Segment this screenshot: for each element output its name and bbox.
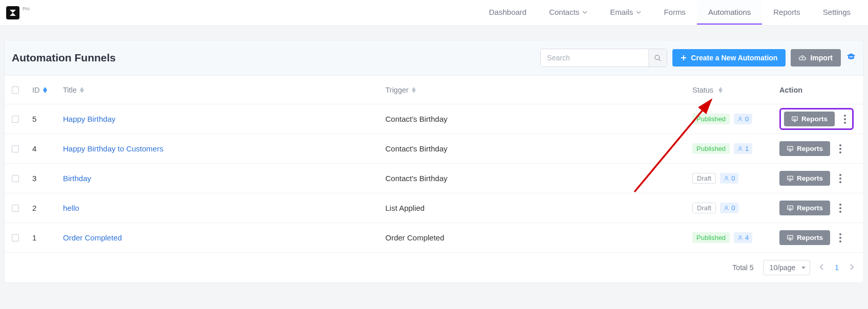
row-checkbox[interactable] xyxy=(12,145,19,152)
nav-settings[interactable]: Settings xyxy=(812,1,862,25)
graduation-icon[interactable] xyxy=(846,52,856,64)
col-header-status[interactable]: Status xyxy=(692,86,779,94)
top-navbar: Pro Dashboard Contacts Emails Forms Auto… xyxy=(0,0,868,26)
automation-panel: Automation Funnels Create a New Automati… xyxy=(4,40,864,283)
automation-title-link[interactable]: Happy Birthday to Customers xyxy=(63,144,163,153)
reports-button[interactable]: Reports xyxy=(779,230,830,245)
nav-dashboard[interactable]: Dashboard xyxy=(478,1,538,25)
svg-point-10 xyxy=(739,236,742,238)
nav-emails[interactable]: Emails xyxy=(599,1,652,25)
col-header-title[interactable]: Title xyxy=(63,86,385,94)
row-checkbox[interactable] xyxy=(12,205,19,212)
chevron-down-icon xyxy=(636,10,641,15)
table-row: 5 Happy Birthday Contact's Birthday Publ… xyxy=(5,104,863,134)
row-trigger: List Applied xyxy=(385,204,692,212)
annotation-highlight: Reports xyxy=(779,108,854,130)
table-footer: Total 5 10/page 1 xyxy=(5,253,863,282)
cloud-upload-icon xyxy=(799,54,806,61)
create-automation-button[interactable]: Create a New Automation xyxy=(672,49,786,67)
nav-reports[interactable]: Reports xyxy=(762,1,812,25)
reports-button[interactable]: Reports xyxy=(779,141,830,156)
presentation-icon xyxy=(787,175,794,182)
user-icon xyxy=(737,116,743,122)
panel-header: Automation Funnels Create a New Automati… xyxy=(5,40,863,76)
row-id: 1 xyxy=(32,233,63,242)
total-count: Total 5 xyxy=(732,263,753,272)
table-row: 4 Happy Birthday to Customers Contact's … xyxy=(5,134,863,164)
nav-forms[interactable]: Forms xyxy=(652,1,697,25)
svg-point-6 xyxy=(726,176,728,179)
svg-point-8 xyxy=(726,206,728,208)
app-logo[interactable] xyxy=(6,6,19,19)
reports-button[interactable]: Reports xyxy=(784,112,835,126)
contact-count-badge[interactable]: 1 xyxy=(734,143,752,154)
row-trigger: Contact's Birthday xyxy=(385,174,692,183)
row-id: 5 xyxy=(32,115,63,123)
reports-button[interactable]: Reports xyxy=(779,171,830,186)
nav-automations[interactable]: Automations xyxy=(697,1,762,25)
user-icon xyxy=(724,175,729,181)
automation-title-link[interactable]: Birthday xyxy=(63,174,91,183)
nav-contacts[interactable]: Contacts xyxy=(538,1,599,25)
row-trigger: Order Completed xyxy=(385,233,692,242)
page-number-current[interactable]: 1 xyxy=(833,263,841,272)
next-page-button[interactable] xyxy=(850,263,854,272)
col-header-id[interactable]: ID xyxy=(32,86,63,94)
row-actions-menu[interactable] xyxy=(836,144,844,153)
logo-icon xyxy=(9,9,17,17)
row-id: 4 xyxy=(32,144,63,153)
plan-badge: Pro xyxy=(23,6,30,11)
user-icon xyxy=(737,235,743,240)
select-all-checkbox[interactable] xyxy=(12,86,19,94)
user-icon xyxy=(737,146,743,151)
reports-button[interactable]: Reports xyxy=(779,201,830,215)
import-button[interactable]: Import xyxy=(791,49,841,67)
prev-page-button[interactable] xyxy=(819,263,823,272)
col-header-trigger[interactable]: Trigger xyxy=(385,86,692,94)
row-actions-menu[interactable] xyxy=(836,204,844,213)
panel-title: Automation Funnels xyxy=(12,52,116,64)
search-icon xyxy=(654,54,662,62)
main-nav: Dashboard Contacts Emails Forms Automati… xyxy=(478,1,862,25)
row-id: 2 xyxy=(32,204,63,212)
search-input[interactable] xyxy=(541,49,648,67)
row-actions-menu[interactable] xyxy=(836,233,844,242)
presentation-icon xyxy=(791,116,798,123)
col-header-action: Action xyxy=(779,86,856,94)
table-row: 3 Birthday Contact's Birthday Draft 0 Re… xyxy=(5,164,863,193)
row-id: 3 xyxy=(32,174,63,183)
sort-icon xyxy=(80,87,84,93)
user-icon xyxy=(724,205,729,211)
status-badge-published: Published xyxy=(692,232,730,243)
status-badge-draft: Draft xyxy=(692,203,716,213)
automation-title-link[interactable]: hello xyxy=(63,204,79,212)
row-actions-menu[interactable] xyxy=(841,115,849,124)
row-actions-menu[interactable] xyxy=(836,174,844,183)
svg-line-1 xyxy=(659,59,661,61)
search-button[interactable] xyxy=(648,49,667,67)
table-row: 2 hello List Applied Draft 0 Reports xyxy=(5,193,863,223)
svg-point-0 xyxy=(655,55,660,59)
contact-count-badge[interactable]: 0 xyxy=(720,203,738,213)
row-trigger: Contact's Birthday xyxy=(385,115,692,123)
per-page-select[interactable]: 10/page xyxy=(763,260,811,275)
row-checkbox[interactable] xyxy=(12,116,19,123)
search-wrap xyxy=(540,49,667,67)
row-checkbox[interactable] xyxy=(12,175,19,182)
contact-count-badge[interactable]: 0 xyxy=(734,114,752,124)
sort-icon xyxy=(43,87,47,93)
status-badge-published: Published xyxy=(692,114,730,124)
table-row: 1 Order Completed Order Completed Publis… xyxy=(5,223,863,253)
svg-point-4 xyxy=(739,147,742,149)
row-trigger: Contact's Birthday xyxy=(385,144,692,153)
contact-count-badge[interactable]: 0 xyxy=(720,173,738,184)
chevron-down-icon xyxy=(582,10,587,15)
presentation-icon xyxy=(787,145,794,152)
status-badge-draft: Draft xyxy=(692,173,716,184)
row-checkbox[interactable] xyxy=(12,234,19,241)
automation-title-link[interactable]: Order Completed xyxy=(63,233,122,242)
presentation-icon xyxy=(787,205,794,212)
contact-count-badge[interactable]: 4 xyxy=(734,232,752,243)
automation-title-link[interactable]: Happy Birthday xyxy=(63,115,116,123)
sort-icon xyxy=(412,87,416,93)
